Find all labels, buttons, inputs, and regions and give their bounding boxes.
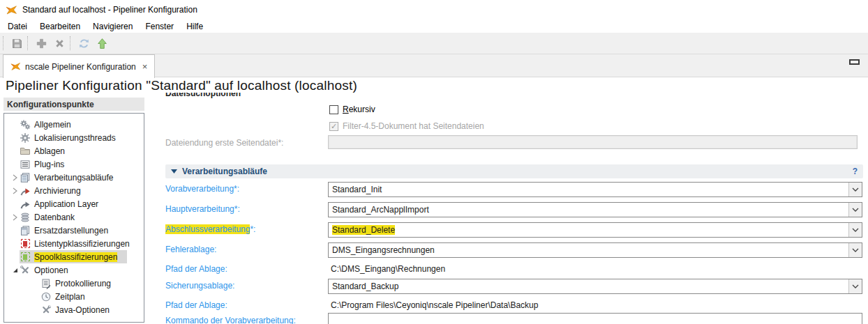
combo-dropdown-button[interactable] [848, 243, 862, 257]
filter45-checkbox: ✓ [329, 122, 338, 131]
sidebar-item-protokollierung[interactable]: Protokollierung [4, 277, 144, 290]
minimize-view-icon[interactable] [849, 59, 860, 65]
pipeliner-logo-icon [6, 4, 17, 16]
refresh-button[interactable] [75, 34, 93, 52]
filter45-label: Filter-4.5-Dokument hat Seitendateien [343, 121, 484, 131]
up-button[interactable] [93, 34, 111, 52]
sidebar-item-java-optionen[interactable]: Java-Optionen [4, 303, 144, 316]
combo-dropdown-button[interactable] [848, 223, 862, 237]
database-icon [20, 212, 31, 223]
configuration-tree: Allgemein Lokalisierungsthreads Ablagen … [3, 113, 144, 323]
menu-bearbeiten[interactable]: Bearbeiten [33, 20, 87, 33]
protocol-icon [40, 278, 52, 289]
combo-dropdown-button[interactable] [848, 279, 862, 293]
chevron-down-icon [852, 187, 859, 192]
refresh-icon [78, 38, 90, 49]
folder-icon [20, 146, 31, 157]
tree-item-label: Archivierung [34, 186, 81, 196]
sidebar-item-application-layer[interactable]: Application Layer [4, 197, 144, 210]
tree-item-label: Protokollierung [55, 279, 111, 288]
sidebar-item-verarbeitungsablaeufe[interactable]: Verarbeitungsabläufe [4, 171, 144, 184]
layer-arrow-icon [20, 199, 31, 210]
tree-item-label: Listentypklassifizierungen [34, 239, 130, 249]
menu-fenster[interactable]: Fenster [139, 20, 180, 33]
sidebar-item-allgemein[interactable]: Allgemein [4, 118, 144, 131]
chevron-down-icon[interactable] [10, 268, 20, 273]
delete-button[interactable] [50, 34, 68, 52]
hauptverarbeitung-combo[interactable]: Standard_ArcNapplImport [328, 202, 862, 217]
fehlerablage-combo[interactable]: DMS_Eingangsrechnungen [328, 242, 862, 258]
recursive-checkbox-row: Rekursiv [329, 105, 375, 114]
hauptverarbeitung-label: Hauptverarbeitung*: [165, 204, 240, 214]
pfad-der-ablage-backup-label: Pfad der Ablage: [165, 300, 227, 310]
toolbar-grip [70, 36, 73, 50]
abschlussverarbeitung-label: Abschlussverarbeitung*: [165, 224, 255, 234]
abschlussverarbeitung-combo[interactable]: Standard_Delete [328, 222, 862, 238]
sidebar-item-ersatzdarstellungen[interactable]: Ersatzdarstellungen [4, 224, 144, 237]
red-classification-icon [20, 238, 31, 249]
tree-item-label: Ersatzdarstellungen [34, 226, 108, 236]
tree-item-label: Verarbeitungsabläufe [34, 173, 113, 183]
toolbar-grip [27, 36, 30, 50]
list-icon [20, 159, 31, 170]
combo-value: Standard_Backup [329, 281, 848, 291]
chevron-right-icon[interactable] [10, 187, 20, 194]
menu-navigieren[interactable]: Navigieren [87, 20, 139, 33]
pages-icon [20, 172, 31, 183]
menu-hilfe[interactable]: Hilfe [180, 20, 209, 33]
combo-value: Standard_Delete [329, 225, 848, 235]
up-arrow-icon [96, 38, 108, 49]
sidebar-item-lokalisierungsthreads[interactable]: Lokalisierungsthreads [4, 131, 144, 144]
tab-nscale-pipeliner-konfiguration[interactable]: nscale Pipeliner Konfiguration × [3, 54, 155, 78]
tree-item-label: Spoolklassifizierungen [34, 252, 117, 262]
tree-item-label: Java-Optionen [55, 305, 110, 315]
add-button[interactable] [32, 34, 50, 52]
plus-icon [36, 38, 47, 49]
tree-item-label: Plug-ins [34, 160, 64, 169]
combo-dropdown-button[interactable] [848, 183, 862, 196]
config-form: Dateisuchoptionen Rekursiv ✓ Filter-4.5-… [165, 93, 868, 324]
section-title: Verarbeitungsabläufe [182, 167, 267, 176]
sidebar-item-datenbank[interactable]: Datenbank [4, 210, 144, 224]
combo-dropdown-button[interactable] [848, 203, 862, 217]
recursive-checkbox[interactable] [329, 105, 338, 114]
tree-item-label: Optionen [34, 265, 68, 275]
vorabverarbeitung-combo[interactable]: Standard_Init [328, 182, 862, 197]
sidebar-item-listentypklassifizierungen[interactable]: Listentypklassifizierungen [4, 237, 144, 250]
filter45-checkbox-row: ✓ Filter-4.5-Dokument hat Seitendateien [329, 121, 484, 131]
gear-icon [20, 132, 31, 144]
sidebar-item-plug-ins[interactable]: Plug-ins [4, 157, 144, 171]
pfad-der-ablage-value: C:\DMS_Eingang\Rechnungen [331, 264, 445, 274]
file-ext-label: Dateiendung erste Seitendatei*: [165, 138, 283, 148]
pfad-der-ablage-label: Pfad der Ablage: [165, 264, 227, 274]
sicherungsablage-label: Sicherungsablage: [165, 281, 234, 291]
combo-value: Standard_Init [329, 185, 848, 194]
pfad-der-ablage-backup-value: C:\Program Files\Ceyoniq\nscale Pipeline… [331, 300, 538, 310]
chevron-right-icon[interactable] [10, 214, 20, 221]
kommando-vorabverarbeitung-input[interactable] [328, 313, 862, 324]
file-ext-input [328, 135, 858, 149]
tree-item-label: Application Layer [34, 199, 98, 209]
chevron-down-icon [852, 248, 859, 252]
help-icon[interactable]: ? [853, 167, 858, 176]
combo-value: Standard_ArcNapplImport [329, 205, 848, 215]
chevron-down-icon [852, 228, 859, 232]
menu-datei[interactable]: Datei [1, 20, 33, 33]
section-header-verarbeitungsablaeufe[interactable]: Verarbeitungsabläufe ? [165, 164, 863, 178]
sidebar-item-zeitplan[interactable]: Zeitplan [4, 290, 144, 303]
tree-item-label: Ablagen [34, 146, 65, 156]
tab-label: nscale Pipeliner Konfiguration [25, 62, 136, 72]
sidebar-item-optionen[interactable]: Optionen [4, 263, 144, 277]
sidebar-item-ablagen[interactable]: Ablagen [4, 144, 144, 157]
sicherungsablage-combo[interactable]: Standard_Backup [328, 279, 862, 294]
tab-close-icon[interactable]: × [142, 62, 148, 71]
clock-icon [40, 291, 52, 302]
save-button[interactable] [8, 34, 26, 52]
title-bar: Standard auf localhost - Pipeliner Konfi… [0, 0, 868, 20]
vorabverarbeitung-label: Vorabverarbeitung*: [165, 184, 239, 194]
pipeliner-logo-icon [10, 61, 21, 72]
chevron-right-icon[interactable] [10, 174, 20, 181]
sidebar-item-spoolklassifizierungen[interactable]: Spoolklassifizierungen [4, 250, 144, 263]
sidebar-item-archivierung[interactable]: Archivierung [4, 184, 144, 197]
archive-arrow-icon [20, 185, 31, 196]
